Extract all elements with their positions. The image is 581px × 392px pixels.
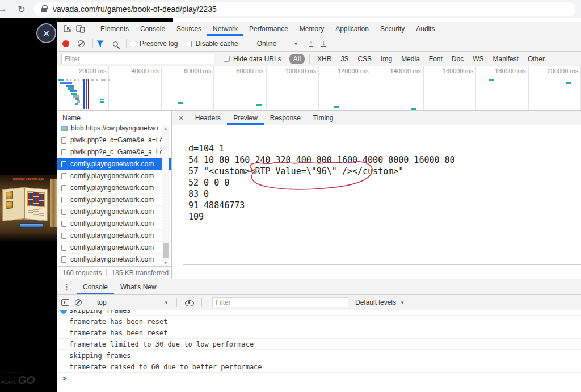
- scroll-down-icon[interactable]: ▼: [162, 261, 169, 265]
- inspect-element-icon[interactable]: [60, 22, 74, 36]
- record-icon[interactable]: [62, 40, 69, 47]
- tab-sources[interactable]: Sources: [171, 22, 207, 36]
- request-row[interactable]: comfly.playngonetwork.com: [57, 194, 171, 206]
- request-row[interactable]: comfly.playngonetwork.com: [57, 206, 171, 218]
- tab-network[interactable]: Network: [207, 22, 243, 36]
- waterfall-bar: [100, 99, 104, 100]
- request-row[interactable]: comfly.playngonetwork.com: [57, 170, 171, 182]
- console-sidebar-icon[interactable]: [61, 299, 69, 306]
- waterfall-bar: [411, 108, 416, 110]
- game-page-strip: × BOOK OF DEAD POWERED BY PLAY'n GO: [0, 18, 57, 392]
- name-column-header[interactable]: Name: [57, 111, 171, 125]
- console-tab-what-s-new[interactable]: What's New: [114, 279, 163, 294]
- tab-performance[interactable]: Performance: [243, 22, 294, 36]
- waterfall-bar: [70, 90, 77, 92]
- scrollbar-thumb[interactable]: [163, 243, 169, 258]
- filter-manifest[interactable]: Manifest: [489, 54, 523, 64]
- filter-other[interactable]: Other: [524, 54, 549, 64]
- tab-elements[interactable]: Elements: [95, 22, 134, 36]
- lock-icon[interactable]: [41, 8, 47, 12]
- waterfall-bar: [66, 79, 68, 81]
- filter-img[interactable]: Img: [377, 54, 396, 64]
- waterfall-bar: [96, 79, 98, 81]
- request-list: blob:https://cw.playngonetwopiwik.php?e_…: [57, 125, 171, 266]
- request-row[interactable]: piwik.php?e_c=Game&e_a=Lo: [57, 134, 171, 146]
- console-filter-input[interactable]: [212, 297, 348, 307]
- filter-funnel-icon[interactable]: [96, 40, 104, 47]
- preview-line: 109: [188, 211, 581, 222]
- address-bar[interactable]: vavada.com/ru/games/book-of-dead/play/22…: [34, 2, 575, 16]
- filter-js[interactable]: JS: [336, 54, 352, 64]
- game-column-decor: [50, 179, 57, 227]
- request-row[interactable]: blob:https://cw.playngonetwo: [57, 125, 171, 134]
- request-row[interactable]: comfly.playngonetwork.com: [57, 158, 171, 170]
- console-message: framerate has been reset: [57, 316, 581, 327]
- info-badge-icon: [60, 310, 67, 314]
- preserve-log-checkbox[interactable]: Preserve log: [130, 40, 178, 48]
- detail-tab-response[interactable]: Response: [264, 111, 307, 125]
- game-button[interactable]: [19, 223, 43, 228]
- throttling-dropdown[interactable]: Online ▼: [257, 40, 298, 48]
- filter-doc[interactable]: Doc: [448, 54, 468, 64]
- request-row[interactable]: comfly.playngonetwork.com: [57, 254, 171, 265]
- hide-data-urls-checkbox[interactable]: Hide data URLs: [224, 55, 281, 63]
- menu-dots-icon[interactable]: ⋮: [57, 283, 77, 291]
- filter-xhr[interactable]: XHR: [313, 54, 335, 64]
- tab-security[interactable]: Security: [374, 22, 410, 36]
- request-row[interactable]: comfly.playngonetwork.com: [57, 242, 171, 254]
- console-prompt[interactable]: >: [57, 373, 581, 384]
- request-row[interactable]: piwik.php?e_c=Game&e_a=Lo: [57, 146, 171, 158]
- game-floor-shadow: [0, 232, 57, 241]
- console-message-text: framerate has been reset: [69, 329, 167, 337]
- filter-ws[interactable]: WS: [469, 54, 487, 64]
- document-file-icon: [61, 233, 66, 239]
- execution-context-dropdown[interactable]: top ▼: [97, 298, 169, 306]
- waterfall-bar: [489, 79, 494, 81]
- console-message-text: framerate limited to 30 due to low perfo…: [69, 340, 254, 348]
- forward-icon[interactable]: →: [0, 3, 8, 15]
- divider: [92, 39, 93, 48]
- close-detail-icon[interactable]: ×: [172, 113, 189, 123]
- network-filter-input[interactable]: [61, 54, 214, 64]
- game-title: BOOK OF DEAD: [0, 177, 57, 182]
- game-close-button[interactable]: ×: [36, 23, 56, 43]
- network-overview-timeline[interactable]: 20000 ms40000 ms60000 ms80000 ms100000 m…: [57, 66, 581, 111]
- document-file-icon: [61, 197, 66, 203]
- export-har-icon[interactable]: ↓: [321, 40, 326, 47]
- filter-all[interactable]: All: [289, 54, 305, 64]
- detail-tab-timing[interactable]: Timing: [307, 111, 340, 125]
- console-drawer: ⋮ ConsoleWhat's New top ▼ Default levels…: [57, 279, 581, 392]
- tab-memory[interactable]: Memory: [294, 22, 330, 36]
- console-tab-console[interactable]: Console: [77, 279, 114, 294]
- log-levels-dropdown[interactable]: Default levels ▼: [355, 298, 405, 306]
- tab-console[interactable]: Console: [134, 22, 171, 36]
- network-filter-row: Hide data URLs AllXHRJSCSSImgMediaFontDo…: [57, 52, 581, 66]
- search-icon[interactable]: [113, 41, 118, 47]
- reload-icon[interactable]: ↻: [16, 4, 27, 15]
- preview-line: 57 "<custom><RTP Value=\"96\" /></custom…: [188, 166, 581, 177]
- tab-audits[interactable]: Audits: [410, 22, 440, 36]
- detail-tab-preview[interactable]: Preview: [227, 111, 264, 125]
- request-row[interactable]: comfly.playngonetwork.com: [57, 218, 171, 230]
- tab-application[interactable]: Application: [330, 22, 374, 36]
- scroll-up-icon[interactable]: ▲: [162, 127, 169, 130]
- request-name: comfly.playngonetwork.com: [70, 231, 154, 239]
- log-levels-value: Default levels: [355, 298, 396, 306]
- request-list-scrollbar[interactable]: ▲ ▼: [162, 125, 169, 266]
- live-expression-eye-icon[interactable]: [185, 299, 193, 306]
- filter-css[interactable]: CSS: [353, 54, 376, 64]
- detail-tab-headers[interactable]: Headers: [189, 111, 227, 125]
- filter-font[interactable]: Font: [425, 54, 447, 64]
- request-row[interactable]: comfly.playngonetwork.com: [57, 230, 171, 242]
- import-har-icon[interactable]: ↑: [309, 40, 313, 47]
- filter-media[interactable]: Media: [397, 54, 424, 64]
- request-row[interactable]: comfly.playngonetwork.com: [57, 182, 171, 194]
- request-name: comfly.playngonetwork.com: [70, 220, 154, 227]
- document-file-icon: [61, 173, 66, 179]
- device-toolbar-icon[interactable]: [74, 22, 87, 36]
- clear-icon[interactable]: [78, 40, 85, 47]
- divider: [176, 298, 177, 307]
- disable-cache-checkbox[interactable]: Disable cache: [186, 40, 238, 48]
- clear-console-icon[interactable]: [75, 299, 82, 306]
- devtools-tabbar: ElementsConsoleSourcesNetworkPerformance…: [57, 22, 581, 36]
